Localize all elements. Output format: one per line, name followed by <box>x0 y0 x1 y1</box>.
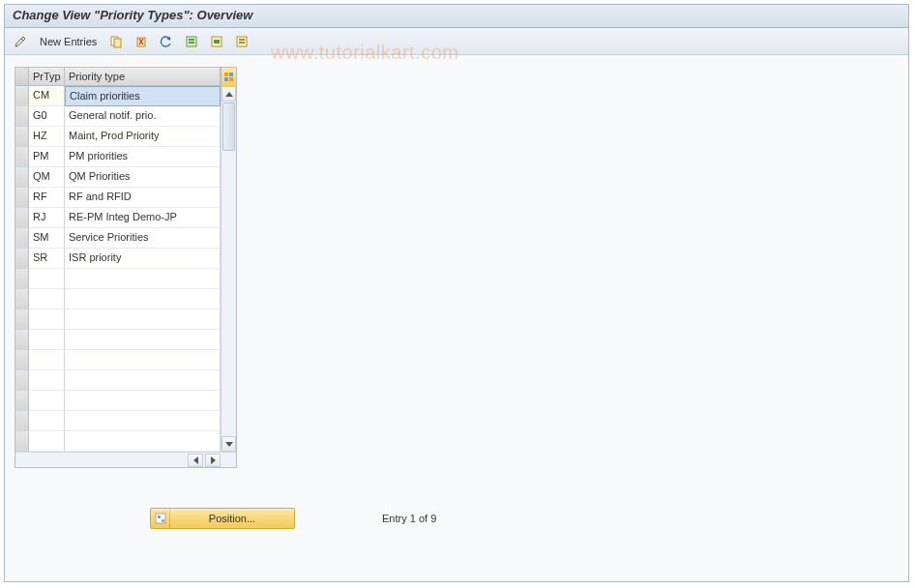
row-selector[interactable] <box>15 431 29 452</box>
table-row[interactable] <box>15 431 236 452</box>
table-row[interactable]: CMClaim priorities <box>15 86 236 106</box>
table-row[interactable]: G0General notif. prio. <box>15 106 236 127</box>
table-row[interactable] <box>15 309 236 330</box>
row-selector[interactable] <box>15 249 29 269</box>
cell-code[interactable] <box>29 269 65 289</box>
grid-header-code[interactable]: PrTyp <box>29 68 65 86</box>
cell-name[interactable]: ISR priority <box>65 249 221 269</box>
grid-config-icon[interactable] <box>221 68 236 86</box>
cell-code[interactable]: RJ <box>29 208 65 228</box>
cell-code[interactable]: RF <box>29 188 65 208</box>
cell-name[interactable] <box>65 309 221 330</box>
table-row[interactable] <box>15 370 236 391</box>
cell-name[interactable]: RE-PM Integ Demo-JP <box>65 208 221 228</box>
table-row[interactable]: RFRF and RFID <box>15 188 236 208</box>
new-entries-button[interactable]: New Entries <box>36 36 101 47</box>
app-frame: Change View "Priority Types": Overview N… <box>4 4 909 582</box>
cell-code[interactable]: PM <box>29 147 65 167</box>
cell-code[interactable] <box>29 350 65 370</box>
cell-code[interactable]: HZ <box>29 127 65 147</box>
pencil-toggle-icon[interactable] <box>11 32 30 51</box>
grid-body: CMClaim prioritiesG0General notif. prio.… <box>15 86 236 452</box>
svg-rect-10 <box>239 42 245 44</box>
row-selector[interactable] <box>15 370 29 391</box>
scrollbar-thumb[interactable] <box>222 103 235 151</box>
cell-code[interactable]: G0 <box>29 106 65 127</box>
cell-name[interactable] <box>65 411 221 431</box>
undo-icon[interactable] <box>157 32 176 51</box>
cell-code[interactable] <box>29 330 65 350</box>
row-selector[interactable] <box>15 350 29 370</box>
cell-code[interactable] <box>29 431 65 452</box>
cell-name[interactable]: Claim priorities <box>65 86 221 106</box>
cell-name[interactable]: RF and RFID <box>65 188 221 208</box>
cell-name[interactable] <box>65 431 221 452</box>
row-selector[interactable] <box>15 411 29 431</box>
deselect-all-icon[interactable] <box>232 32 251 51</box>
row-selector[interactable] <box>15 127 29 147</box>
table-row[interactable]: QMQM Priorities <box>15 167 236 188</box>
cell-name[interactable] <box>65 269 221 289</box>
row-selector[interactable] <box>15 289 29 309</box>
table-row[interactable] <box>15 350 236 370</box>
cell-code[interactable]: SM <box>29 228 65 249</box>
priority-grid: PrTyp Priority type CMClaim prioritiesG0… <box>15 67 237 468</box>
table-row[interactable]: SMService Priorities <box>15 228 236 249</box>
cell-code[interactable] <box>29 411 65 431</box>
row-selector[interactable] <box>15 86 29 106</box>
grid-header-name[interactable]: Priority type <box>65 68 221 86</box>
cell-code[interactable] <box>29 289 65 309</box>
table-row[interactable] <box>15 289 236 309</box>
table-row[interactable]: HZMaint, Prod Priority <box>15 127 236 147</box>
horizontal-scrollbar[interactable] <box>15 452 236 467</box>
cell-code[interactable]: QM <box>29 167 65 188</box>
cell-name[interactable]: PM priorities <box>65 147 221 167</box>
cell-name[interactable] <box>65 370 221 391</box>
table-row[interactable]: PMPM priorities <box>15 147 236 167</box>
table-row[interactable]: RJRE-PM Integ Demo-JP <box>15 208 236 228</box>
row-selector[interactable] <box>15 330 29 350</box>
copy-icon[interactable] <box>106 32 126 51</box>
row-selector[interactable] <box>15 269 29 289</box>
scroll-left-icon[interactable] <box>188 454 203 467</box>
page-title: Change View "Priority Types": Overview <box>13 8 900 22</box>
cell-name[interactable]: Service Priorities <box>65 228 221 249</box>
scroll-down-icon[interactable] <box>221 436 236 452</box>
row-selector[interactable] <box>15 106 29 127</box>
scroll-right-icon[interactable] <box>205 454 221 467</box>
footer: Position... Entry 1 of 9 <box>150 508 436 529</box>
row-selector[interactable] <box>15 167 29 188</box>
table-row[interactable]: SRISR priority <box>15 249 236 269</box>
vertical-scrollbar[interactable] <box>221 86 236 452</box>
cell-name[interactable] <box>65 391 221 411</box>
cell-name[interactable] <box>65 330 221 350</box>
select-block-icon[interactable] <box>207 32 226 51</box>
grid-header-selector[interactable] <box>15 68 29 86</box>
table-row[interactable] <box>15 330 236 350</box>
delete-icon[interactable] <box>132 32 151 51</box>
row-selector[interactable] <box>15 147 29 167</box>
cell-name[interactable] <box>65 350 221 370</box>
cell-code[interactable] <box>29 309 65 330</box>
scroll-up-icon[interactable] <box>221 86 236 102</box>
table-row[interactable] <box>15 391 236 411</box>
cell-code[interactable]: SR <box>29 249 65 269</box>
table-row[interactable] <box>15 269 236 289</box>
row-selector[interactable] <box>15 391 29 411</box>
select-all-icon[interactable] <box>182 32 201 51</box>
cell-name[interactable]: Maint, Prod Priority <box>65 127 221 147</box>
cell-code[interactable] <box>29 370 65 391</box>
row-selector[interactable] <box>15 228 29 249</box>
table-row[interactable] <box>15 411 236 431</box>
row-selector[interactable] <box>15 188 29 208</box>
position-button[interactable]: Position... <box>150 508 295 529</box>
cell-code[interactable]: CM <box>29 86 65 106</box>
row-selector[interactable] <box>15 309 29 330</box>
header-bar: Change View "Priority Types": Overview <box>5 5 908 28</box>
cell-code[interactable] <box>29 391 65 411</box>
cell-name[interactable]: QM Priorities <box>65 167 221 188</box>
svg-rect-12 <box>229 73 233 76</box>
cell-name[interactable]: General notif. prio. <box>65 106 221 127</box>
cell-name[interactable] <box>65 289 221 309</box>
row-selector[interactable] <box>15 208 29 228</box>
